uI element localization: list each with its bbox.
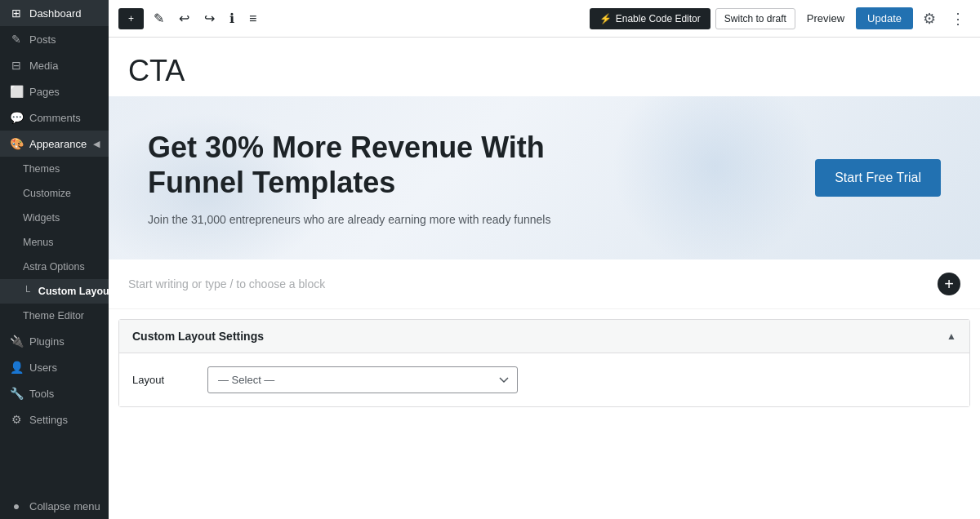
sidebar-item-comments[interactable]: 💬 Comments bbox=[0, 104, 109, 131]
sidebar-sub-themes[interactable]: Themes bbox=[0, 157, 109, 181]
users-icon: 👤 bbox=[10, 361, 23, 374]
sidebar-item-media[interactable]: ⊟ Media bbox=[0, 52, 109, 78]
sidebar-item-pages[interactable]: ⬜ Pages bbox=[0, 78, 109, 104]
sidebar-sub-custom-layouts[interactable]: └ Custom Layouts bbox=[0, 279, 109, 304]
switch-draft-button[interactable]: Switch to draft bbox=[715, 8, 795, 29]
redo-icon: ↪ bbox=[204, 11, 215, 26]
theme-editor-label: Theme Editor bbox=[23, 310, 84, 322]
comments-icon: 💬 bbox=[10, 111, 23, 124]
appearance-icon: 🎨 bbox=[10, 137, 23, 150]
undo-button[interactable]: ↩ bbox=[174, 6, 194, 31]
tools-icon: 🔧 bbox=[10, 387, 23, 400]
sidebar-item-users[interactable]: 👤 Users bbox=[0, 354, 109, 380]
layout-label: Layout bbox=[132, 374, 198, 386]
update-label: Update bbox=[867, 12, 902, 24]
sidebar-item-label: Users bbox=[29, 362, 57, 374]
cta-heading: Get 30% More Revenue With Funnel Templat… bbox=[148, 130, 638, 200]
collapse-label: Collapse menu bbox=[29, 500, 100, 512]
custom-layouts-label: Custom Layouts bbox=[38, 286, 109, 297]
sidebar-item-label: Media bbox=[29, 60, 58, 72]
settings-icon: ⚙ bbox=[10, 413, 23, 426]
list-view-button[interactable]: ≡ bbox=[244, 7, 261, 31]
cta-text-block: Get 30% More Revenue With Funnel Templat… bbox=[148, 130, 638, 226]
sidebar-item-label: Comments bbox=[29, 112, 81, 124]
preview-button[interactable]: Preview bbox=[800, 8, 851, 29]
settings-title: Custom Layout Settings bbox=[132, 330, 264, 343]
custom-layouts-icon: └ bbox=[23, 286, 30, 297]
update-button[interactable]: Update bbox=[856, 7, 913, 29]
block-editor-area[interactable]: Start writing or type / to choose a bloc… bbox=[109, 260, 980, 309]
add-icon: + bbox=[128, 13, 134, 24]
settings-header[interactable]: Custom Layout Settings ▲ bbox=[119, 320, 969, 353]
gear-icon: ⚙ bbox=[923, 10, 936, 28]
sidebar-item-label: Posts bbox=[29, 33, 56, 46]
add-block-button[interactable]: + bbox=[118, 8, 144, 29]
widgets-label: Widgets bbox=[23, 212, 60, 224]
list-icon: ≡ bbox=[249, 11, 256, 26]
info-button[interactable]: ℹ bbox=[225, 6, 239, 31]
cta-subtext: Join the 31,000 entrepreneurs who are al… bbox=[148, 213, 638, 226]
appearance-collapse-icon: ◀ bbox=[93, 139, 100, 149]
page-title: CTA bbox=[128, 54, 960, 88]
preview-label: Preview bbox=[807, 12, 844, 24]
more-options-button[interactable]: ⋮ bbox=[946, 5, 970, 33]
more-icon: ⋮ bbox=[951, 10, 965, 28]
sidebar-item-settings[interactable]: ⚙ Settings bbox=[0, 406, 109, 432]
customize-label: Customize bbox=[23, 188, 71, 199]
code-editor-button[interactable]: ⚡ Enable Code Editor bbox=[590, 8, 710, 29]
plugins-icon: 🔌 bbox=[10, 335, 23, 348]
sidebar-sub-menus[interactable]: Menus bbox=[0, 230, 109, 255]
sidebar-sub-widgets[interactable]: Widgets bbox=[0, 206, 109, 230]
sidebar-item-posts[interactable]: ✎ Posts bbox=[0, 26, 109, 52]
sidebar: ⊞ Dashboard ✎ Posts ⊟ Media ⬜ Pages 💬 Co… bbox=[0, 0, 109, 519]
undo-icon: ↩ bbox=[179, 11, 189, 26]
settings-collapse-icon: ▲ bbox=[947, 330, 956, 342]
start-free-trial-button[interactable]: Start Free Trial bbox=[815, 159, 941, 197]
sidebar-item-label: Settings bbox=[29, 414, 68, 426]
page-title-area: CTA bbox=[109, 38, 980, 96]
sidebar-sub-theme-editor[interactable]: Theme Editor bbox=[0, 304, 109, 328]
switch-label: Switch to draft bbox=[724, 13, 786, 24]
plus-icon: + bbox=[944, 276, 954, 292]
redo-button[interactable]: ↪ bbox=[199, 6, 220, 31]
sidebar-item-label: Tools bbox=[29, 388, 54, 400]
dashboard-icon: ⊞ bbox=[10, 7, 23, 20]
sidebar-sub-astra-options[interactable]: Astra Options bbox=[0, 255, 109, 279]
sidebar-item-tools[interactable]: 🔧 Tools bbox=[0, 380, 109, 406]
layout-select[interactable]: — Select — bbox=[207, 366, 518, 393]
block-placeholder: Start writing or type / to choose a bloc… bbox=[128, 277, 325, 291]
sidebar-item-collapse[interactable]: ● Collapse menu bbox=[0, 493, 109, 519]
sidebar-item-label: Dashboard bbox=[29, 7, 82, 20]
media-icon: ⊟ bbox=[10, 59, 23, 72]
settings-body: Layout — Select — bbox=[119, 353, 969, 406]
sidebar-item-plugins[interactable]: 🔌 Plugins bbox=[0, 328, 109, 354]
custom-layout-settings: Custom Layout Settings ▲ Layout — Select… bbox=[118, 319, 970, 407]
add-block-inline-button[interactable]: + bbox=[938, 273, 960, 295]
menus-label: Menus bbox=[23, 237, 54, 248]
info-icon: ℹ bbox=[229, 11, 234, 26]
posts-icon: ✎ bbox=[10, 33, 23, 46]
edit-button[interactable]: ✎ bbox=[149, 6, 169, 31]
sidebar-item-appearance[interactable]: 🎨 Appearance ◀ bbox=[0, 131, 109, 157]
main-content: CTA ➤ Get 30% More Revenue With Funnel T… bbox=[109, 38, 980, 519]
code-editor-icon: ⚡ bbox=[599, 13, 612, 24]
pages-icon: ⬜ bbox=[10, 85, 23, 98]
code-editor-label: Enable Code Editor bbox=[616, 13, 701, 24]
edit-icon: ✎ bbox=[154, 11, 164, 26]
sidebar-item-label: Pages bbox=[29, 86, 60, 98]
astra-options-label: Astra Options bbox=[23, 261, 85, 273]
collapse-icon: ● bbox=[10, 499, 23, 512]
topbar: + ✎ ↩ ↪ ℹ ≡ ⚡ Enable Code Editor Switch … bbox=[109, 0, 980, 38]
sidebar-item-dashboard[interactable]: ⊞ Dashboard bbox=[0, 0, 109, 26]
cta-banner: ➤ Get 30% More Revenue With Funnel Templ… bbox=[109, 96, 980, 260]
settings-gear-button[interactable]: ⚙ bbox=[918, 5, 941, 33]
sidebar-item-label: Plugins bbox=[29, 335, 65, 348]
themes-label: Themes bbox=[23, 163, 60, 175]
sidebar-sub-customize[interactable]: Customize bbox=[0, 181, 109, 206]
sidebar-item-label: Appearance bbox=[29, 138, 87, 150]
